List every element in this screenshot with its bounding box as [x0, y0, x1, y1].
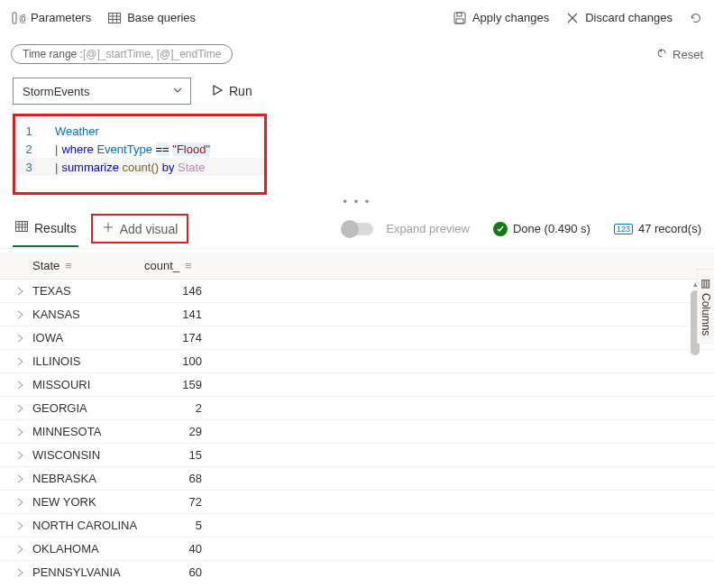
- code-token: count(): [123, 161, 159, 174]
- chevron-down-icon: [172, 85, 183, 98]
- table-row[interactable]: WISCONSIN15: [0, 444, 714, 467]
- expand-row-icon[interactable]: [13, 474, 27, 483]
- cell-count: 72: [144, 495, 211, 509]
- code-token: State: [178, 161, 205, 174]
- drag-handle-icon[interactable]: ≡: [185, 259, 192, 272]
- apply-changes-label: Apply changes: [472, 11, 549, 24]
- run-label: Run: [229, 84, 252, 98]
- table-row[interactable]: IOWA174: [0, 326, 714, 350]
- cell-count: 146: [144, 284, 211, 298]
- grid-icon: [14, 219, 29, 236]
- expand-row-icon[interactable]: [13, 381, 27, 390]
- expand-row-icon[interactable]: [13, 451, 27, 460]
- results-table-body: ▴ TEXAS146KANSAS141IOWA174ILLINOIS100MIS…: [0, 280, 714, 583]
- cell-count: 100: [144, 354, 211, 368]
- expand-row-icon[interactable]: [13, 545, 27, 554]
- table-icon: [107, 11, 122, 25]
- query-row: StormEvents Run: [0, 72, 714, 110]
- cell-count: 5: [144, 519, 211, 532]
- columns-panel-tab[interactable]: ▥ Columns: [697, 269, 714, 344]
- results-tabs-row: Results Add visual Expand preview Done (…: [0, 209, 714, 249]
- table-row[interactable]: TEXAS146: [0, 280, 714, 303]
- results-table-header: State ≡ count_ ≡: [0, 253, 714, 280]
- table-row[interactable]: GEORGIA2: [0, 397, 714, 420]
- expand-row-icon[interactable]: [13, 498, 27, 507]
- refresh-button[interactable]: [689, 11, 703, 25]
- expand-row-icon[interactable]: [13, 334, 27, 343]
- columns-panel-label: Columns: [700, 293, 712, 335]
- table-row[interactable]: OKLAHOMA40: [0, 537, 714, 561]
- refresh-icon: [689, 11, 703, 25]
- parameters-label: Parameters: [31, 11, 91, 24]
- query-editor[interactable]: 1 Weather 2 | where EventType == "Flood"…: [13, 114, 267, 195]
- tab-results-label: Results: [34, 221, 77, 235]
- expand-row-icon[interactable]: [13, 404, 27, 413]
- svg-text:@: @: [19, 14, 25, 23]
- cell-state: NORTH CAROLINA: [32, 519, 144, 532]
- code-token: summarize: [61, 161, 119, 174]
- discard-changes-label: Discard changes: [585, 11, 673, 24]
- table-row[interactable]: NEBRASKA68: [0, 467, 714, 491]
- tab-results[interactable]: Results: [13, 211, 78, 247]
- record-count: 123 47 record(s): [614, 222, 701, 235]
- cell-state: NEW YORK: [32, 495, 144, 509]
- cell-state: KANSAS: [32, 308, 144, 321]
- expand-preview-label: Expand preview: [386, 222, 470, 235]
- reset-button[interactable]: Reset: [654, 46, 703, 63]
- parameters-button[interactable]: @ Parameters: [11, 11, 91, 25]
- expand-row-icon[interactable]: [13, 521, 27, 530]
- expand-row-icon[interactable]: [13, 427, 27, 436]
- code-token: Weather: [55, 124, 99, 138]
- table-row[interactable]: KANSAS141: [0, 303, 714, 326]
- table-row[interactable]: NEW YORK72: [0, 491, 714, 514]
- cell-count: 40: [144, 542, 211, 556]
- cell-state: MISSOURI: [32, 378, 144, 391]
- expand-preview-toggle[interactable]: [343, 223, 373, 235]
- cell-state: MINNESOTA: [32, 425, 144, 438]
- code-token: |: [55, 161, 61, 174]
- discard-changes-button[interactable]: Discard changes: [565, 11, 673, 25]
- expand-row-icon[interactable]: [13, 287, 27, 296]
- table-row[interactable]: PENNSYLVANIA60: [0, 561, 714, 583]
- time-range-prefix: Time range :: [23, 48, 83, 60]
- expand-row-icon[interactable]: [13, 568, 27, 577]
- reset-label: Reset: [673, 48, 703, 61]
- code-token: where: [61, 142, 93, 156]
- time-range-params: [@]_startTime, [@]_endTime: [83, 48, 222, 60]
- cell-state: NEBRASKA: [32, 472, 144, 485]
- play-icon: [211, 84, 224, 99]
- column-header-state[interactable]: State ≡: [32, 259, 144, 272]
- table-row[interactable]: ILLINOIS100: [0, 350, 714, 373]
- add-visual-label: Add visual: [120, 222, 178, 236]
- svg-rect-8: [457, 13, 462, 16]
- table-row[interactable]: NORTH CAROLINA5: [0, 514, 714, 537]
- column-header-count[interactable]: count_ ≡: [144, 259, 211, 272]
- plus-icon: [102, 221, 114, 236]
- svg-rect-9: [456, 19, 463, 23]
- close-icon: [565, 11, 580, 25]
- cell-count: 159: [144, 378, 211, 391]
- cell-state: GEORGIA: [32, 401, 144, 415]
- base-queries-button[interactable]: Base queries: [107, 11, 196, 25]
- run-button[interactable]: Run: [202, 78, 261, 105]
- line-number: 1: [15, 124, 42, 138]
- table-row[interactable]: MISSOURI159: [0, 373, 714, 397]
- cell-state: ILLINOIS: [32, 354, 144, 368]
- table-row[interactable]: MINNESOTA29: [0, 420, 714, 444]
- cell-count: 15: [144, 448, 211, 462]
- cell-count: 141: [144, 308, 211, 321]
- cell-count: 68: [144, 472, 211, 485]
- source-select-value: StormEvents: [23, 85, 89, 98]
- cell-count: 174: [144, 331, 211, 345]
- undo-icon: [654, 46, 669, 63]
- add-visual-button[interactable]: Add visual: [91, 214, 189, 243]
- expand-row-icon[interactable]: [13, 310, 27, 319]
- checkmark-icon: [493, 222, 508, 236]
- time-range-pill[interactable]: Time range : [@]_startTime, [@]_endTime: [11, 44, 233, 64]
- drag-handle-icon[interactable]: ≡: [65, 259, 72, 272]
- apply-changes-button[interactable]: Apply changes: [453, 11, 549, 25]
- source-select[interactable]: StormEvents: [13, 78, 191, 105]
- code-token: by: [162, 161, 175, 174]
- expand-row-icon[interactable]: [13, 357, 27, 366]
- resize-handle[interactable]: • • •: [0, 195, 714, 209]
